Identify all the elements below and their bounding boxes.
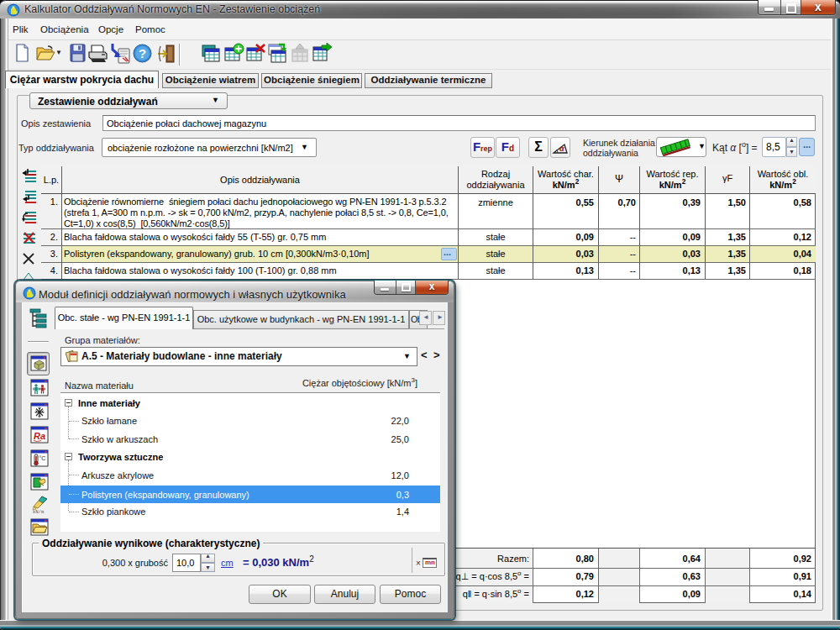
svg-text:°C: °C [39,455,46,461]
svg-text:?: ? [139,46,146,60]
svg-text:α: α [559,144,564,153]
svg-text:kN/m: kN/m [33,509,45,515]
svg-text:Ra: Ra [34,431,45,441]
